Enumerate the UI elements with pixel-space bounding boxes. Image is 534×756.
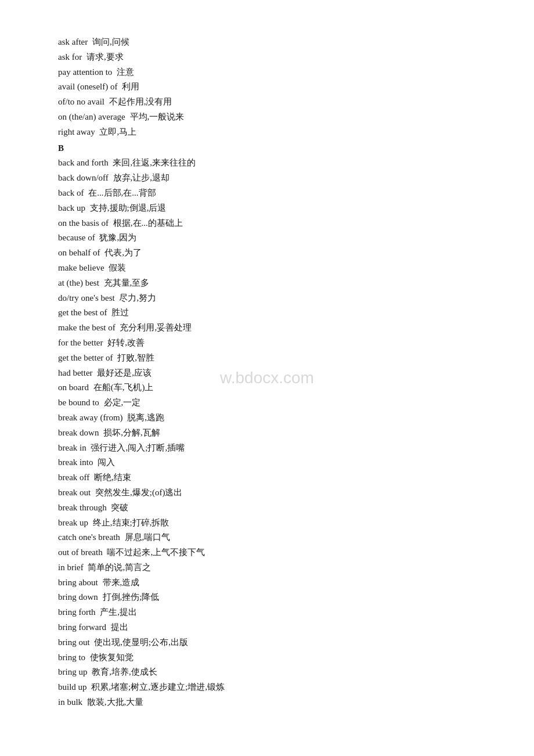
phrase-text: bring forth	[58, 607, 96, 617]
list-item: break off 断绝,结束	[58, 470, 488, 485]
spacing	[84, 188, 86, 197]
list-item: break in 强行进入,闯入;打断,插嘴	[58, 441, 488, 456]
spacing	[85, 203, 88, 213]
list-item: break through 突破	[58, 501, 488, 516]
phrase-text: for the better	[58, 338, 103, 347]
phrase-text: bring about	[58, 578, 98, 587]
meaning-text: 代表,为了	[104, 248, 142, 257]
phrase-text: back and forth	[58, 158, 109, 167]
meaning-text: 放弃,让步,退却	[113, 173, 170, 182]
phrase-text: bring out	[58, 638, 90, 647]
phrase-text: on board	[58, 383, 89, 392]
list-item: break away (from) 脱离,逃跑	[58, 411, 488, 426]
phrase-text: because of	[58, 233, 95, 242]
spacing	[90, 638, 92, 647]
meaning-text: 屏息,喘口气	[125, 532, 171, 542]
meaning-text: 不起作用,没有用	[109, 97, 172, 106]
list-item: bring forward 提出	[58, 620, 488, 635]
meaning-text: 积累,堵塞;树立,逐步建立;增进,锻炼	[91, 682, 225, 692]
phrase-text: pay attention to	[58, 67, 112, 77]
list-item: ask after 询问,问候	[58, 35, 488, 50]
spacing	[95, 233, 98, 242]
list-item: bring down 打倒,挫伤;降低	[58, 590, 488, 605]
list-item: back up 支持,援助;倒退,后退	[58, 201, 488, 216]
list-item: because of 犹豫,因为	[58, 231, 488, 246]
meaning-text: 最好还是,应该	[97, 368, 151, 377]
phrase-text: of/to no avail	[58, 97, 104, 106]
spacing	[99, 398, 102, 407]
phrase-text: break through	[58, 503, 107, 512]
list-item: bring up 教育,培养,使成长	[58, 665, 488, 680]
phrase-text: ask for	[58, 52, 82, 62]
list-item: on behalf of 代表,为了	[58, 246, 488, 261]
spacing	[93, 368, 95, 377]
spacing	[85, 653, 88, 662]
phrase-text: ask after	[58, 37, 88, 46]
spacing	[88, 37, 90, 46]
spacing	[82, 697, 85, 707]
spacing	[106, 622, 109, 632]
phrase-text: catch one's breath	[58, 532, 120, 542]
spacing	[88, 518, 91, 527]
phrase-text: on the basis of	[58, 218, 109, 228]
list-item: make believe 假装	[58, 261, 488, 276]
list-item: bring about 带来,造成	[58, 575, 488, 591]
list-item: in brief 简单的说,简言之	[58, 560, 488, 575]
meaning-text: 带来,造成	[103, 578, 140, 587]
meaning-text: 喘不过起来,上气不接下气	[107, 548, 205, 557]
meaning-text: 断绝,结束	[94, 473, 131, 482]
meaning-text: 好转,改善	[107, 338, 145, 347]
meaning-text: 询问,问候	[92, 37, 129, 46]
spacing	[116, 323, 118, 332]
phrase-text: on (the/an) average	[58, 112, 125, 121]
meaning-text: 来回,往返,来来往往的	[113, 158, 196, 167]
list-item: for the better 好转,改善	[58, 336, 488, 351]
spacing	[103, 548, 105, 557]
list-item: out of breath 喘不过起来,上气不接下气	[58, 545, 488, 560]
spacing	[98, 578, 100, 587]
meaning-text: 打倒,挫伤;降低	[103, 592, 160, 602]
spacing	[87, 667, 89, 676]
list-item: get the best of 胜过	[58, 305, 488, 321]
phrase-text: bring up	[58, 667, 87, 676]
phrase-text: bring to	[58, 653, 85, 662]
list-item: make the best of 充分利用,妥善处理	[58, 321, 488, 336]
spacing	[107, 308, 110, 317]
meaning-text: 简单的说,简言之	[88, 563, 151, 572]
meaning-text: 利用	[122, 82, 139, 91]
spacing	[115, 293, 117, 303]
meaning-text: 注意	[117, 67, 134, 77]
meaning-text: 使出现,使显明;公布,出版	[94, 638, 188, 647]
phrase-text: in bulk	[58, 697, 82, 707]
list-item: bring to 使恢复知觉	[58, 650, 488, 665]
phrase-text: get the better of	[58, 353, 113, 362]
list-item: on (the/an) average 平均,一般说来	[58, 110, 488, 125]
meaning-text: 胜过	[111, 308, 129, 317]
phrase-text: on behalf of	[58, 248, 100, 257]
spacing	[99, 428, 101, 437]
spacing	[109, 158, 111, 167]
phrase-text: break off	[58, 473, 89, 482]
meaning-text: 突破	[111, 503, 128, 512]
phrase-text: break down	[58, 428, 99, 437]
meaning-text: 请求,要求	[86, 52, 124, 62]
list-item: on the basis of 根据,在...的基础上	[58, 216, 488, 231]
list-item: at (the) best 充其量,至多	[58, 276, 488, 291]
list-item: B	[58, 141, 488, 156]
meaning-text: 使恢复知觉	[90, 653, 134, 662]
meaning-text: 突然发生,爆发;(of)逃出	[95, 488, 182, 497]
phrase-text: had better	[58, 368, 93, 377]
meaning-text: 假装	[109, 263, 126, 272]
spacing	[113, 353, 116, 362]
phrase-text: break into	[58, 458, 93, 467]
list-item: do/try one's best 尽力,努力	[58, 291, 488, 306]
meaning-text: 产生,提出	[100, 607, 137, 617]
phrase-text: break up	[58, 518, 88, 527]
list-item: had better 最好还是,应该	[58, 366, 488, 381]
spacing	[112, 67, 114, 77]
spacing	[123, 413, 125, 422]
list-item: back down/off 放弃,让步,退却	[58, 171, 488, 186]
phrase-text: break out	[58, 488, 91, 497]
meaning-text: 充分利用,妥善处理	[120, 323, 192, 332]
meaning-text: 在...后部,在...背部	[88, 188, 156, 197]
